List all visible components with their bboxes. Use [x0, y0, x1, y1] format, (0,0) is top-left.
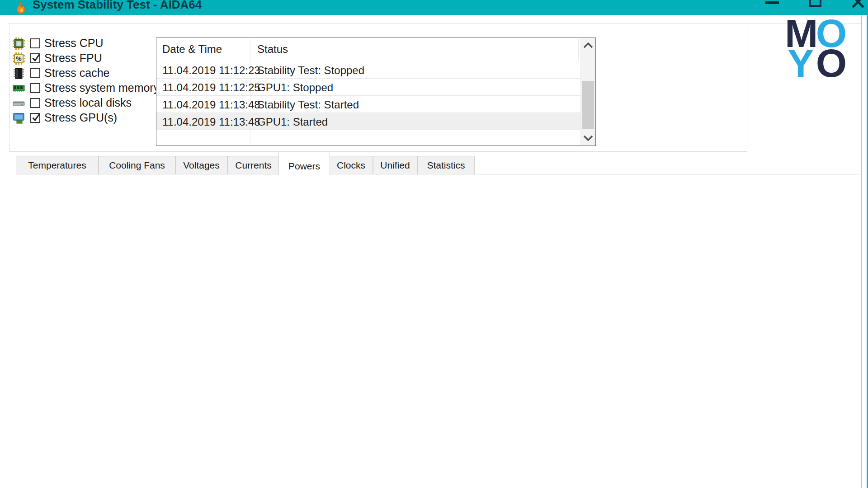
scroll-down-icon[interactable]: [583, 135, 593, 142]
scroll-up-icon[interactable]: [583, 42, 593, 49]
column-divider-right: [578, 39, 579, 60]
log-status: Stability Test: Stopped: [257, 64, 364, 77]
stress-option-stress-cache: Stress cache: [12, 66, 147, 81]
tab-powers[interactable]: Powers: [278, 152, 330, 175]
log-row[interactable]: 11.04.2019 11:13:48GPU1: Started: [156, 113, 580, 130]
window-title: System Stability Test - AIDA64: [33, 0, 202, 12]
log-table-header: Date & Time Status: [156, 38, 595, 61]
logo-letter: O: [816, 49, 846, 79]
tab-currents[interactable]: Currents: [227, 156, 279, 174]
stress-checkbox[interactable]: [30, 83, 40, 93]
stress-checkbox[interactable]: [30, 113, 40, 123]
log-datetime: 11.04.2019 11:13:48: [162, 116, 260, 128]
chart-tab-pane: [16, 174, 860, 488]
app-flame-icon: [15, 1, 27, 14]
close-icon: [851, 0, 865, 9]
stress-option-stress-system-memory: Stress system memory: [12, 81, 147, 96]
stress-label: Stress CPU: [44, 37, 104, 50]
stress-checkbox[interactable]: [30, 68, 40, 78]
stress-label: Stress FPU: [44, 52, 102, 65]
disk-icon: [13, 97, 25, 109]
log-status: GPU1: Stopped: [257, 81, 333, 94]
stress-label: Stress GPU(s): [44, 111, 117, 124]
stress-label: Stress cache: [44, 66, 110, 80]
maximize-button[interactable]: [809, 0, 821, 7]
log-row[interactable]: 11.04.2019 11:13:48Stability Test: Start…: [156, 96, 580, 113]
column-header-datetime[interactable]: Date & Time: [162, 43, 222, 56]
moyo-logo: MOYO: [785, 19, 848, 79]
log-status: Stability Test: Started: [257, 99, 359, 111]
log-datetime: 11.04.2019 11:12:25: [162, 81, 260, 94]
tab-statistics[interactable]: Statistics: [417, 156, 475, 174]
stress-option-stress-gpu-s-: Stress GPU(s): [12, 111, 147, 126]
memory-icon: [13, 82, 25, 94]
log-rows: 11.04.2019 11:12:23Stability Test: Stopp…: [156, 61, 580, 130]
window-border-inner: [861, 15, 862, 488]
stress-checkbox[interactable]: [30, 53, 40, 63]
stress-checkbox[interactable]: [30, 38, 40, 48]
log-scrollbar[interactable]: [580, 38, 595, 145]
logo-letter: Y: [785, 49, 816, 79]
stress-option-stress-local-disks: Stress local disks: [12, 96, 147, 111]
stress-option-stress-cpu: Stress CPU: [12, 36, 147, 51]
event-log-table: Date & Time Status 11.04.2019 11:12:23St…: [156, 38, 596, 146]
titlebar: System Stability Test - AIDA64: [0, 0, 868, 15]
stress-label: Stress system memory: [44, 81, 159, 94]
fpu-icon: %: [13, 52, 25, 65]
log-datetime: 11.04.2019 11:12:23: [162, 64, 260, 77]
cpu-icon: [13, 38, 25, 50]
logo-row: YO: [785, 49, 848, 79]
stress-checkbox[interactable]: [30, 98, 40, 108]
stress-label: Stress local disks: [44, 96, 132, 109]
scroll-thumb[interactable]: [582, 81, 594, 129]
tab-clocks[interactable]: Clocks: [329, 156, 373, 174]
svg-text:%: %: [16, 55, 22, 62]
tab-unified[interactable]: Unified: [373, 156, 417, 174]
log-status: GPU1: Started: [257, 116, 328, 128]
log-datetime: 11.04.2019 11:13:48: [162, 99, 260, 111]
log-row[interactable]: 11.04.2019 11:12:23Stability Test: Stopp…: [156, 61, 580, 79]
cache-icon: [13, 67, 25, 80]
minimize-button[interactable]: [765, 1, 779, 4]
close-button[interactable]: [851, 0, 865, 9]
tab-temperatures[interactable]: Temperatures: [16, 156, 99, 174]
gpu-icon: [13, 112, 25, 124]
stress-option-stress-fpu: %Stress FPU: [12, 51, 147, 66]
tab-voltages[interactable]: Voltages: [175, 156, 227, 174]
log-row[interactable]: 11.04.2019 11:12:25GPU1: Stopped: [156, 79, 580, 96]
column-header-status[interactable]: Status: [257, 43, 288, 56]
tab-cooling-fans[interactable]: Cooling Fans: [99, 156, 175, 174]
